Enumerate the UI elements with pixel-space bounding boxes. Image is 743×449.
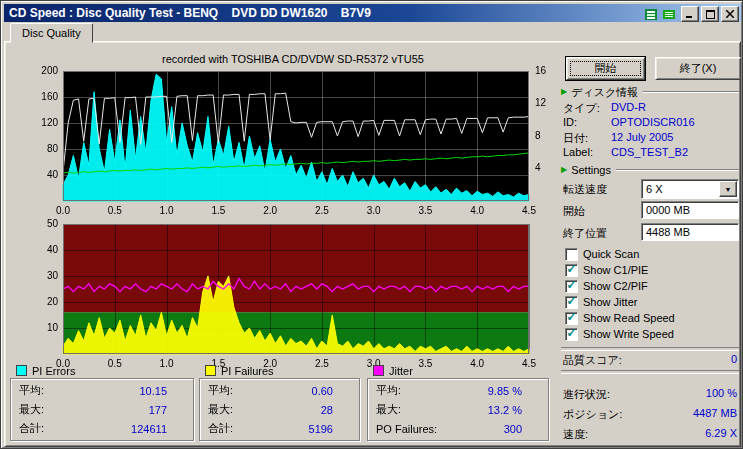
stat-label: 最大: — [208, 402, 233, 417]
stat-label: 合計: — [19, 421, 44, 436]
checkbox-label: Show C2/PIF — [583, 280, 648, 292]
pi-errors-avg-row: 平均:10.15 — [11, 381, 193, 400]
progress-value: 100 % — [706, 387, 737, 402]
green-book-icon[interactable] — [661, 8, 676, 21]
transfer-speed-select[interactable]: 6 X ▼ — [641, 179, 739, 199]
checkmark-icon: ✓ — [566, 311, 576, 323]
speed-value: 6.29 X — [705, 427, 737, 442]
separator — [561, 370, 739, 374]
stat-value: 300 — [504, 423, 522, 435]
checkbox-label: Show Write Speed — [583, 328, 674, 340]
tab-label: Disc Quality — [22, 27, 81, 39]
disc-type-row: タイプ: DVD-R — [563, 101, 739, 114]
end-position-value: 4488 MB — [646, 226, 690, 238]
checkmark-icon: ✓ — [566, 279, 576, 291]
dropdown-button[interactable]: ▼ — [719, 181, 737, 197]
disc-label-label: Label: — [563, 146, 593, 158]
stat-value: 177 — [149, 404, 167, 416]
checkmark-icon: ✓ — [566, 327, 576, 339]
tab-disc-quality[interactable]: Disc Quality — [10, 23, 93, 43]
stat-label: 合計: — [208, 421, 233, 436]
disc-type-value: DVD-R — [611, 101, 646, 113]
position-row: ポジション: 4487 MB — [563, 407, 737, 422]
disc-date-row: 日付: 12 July 2005 — [563, 131, 739, 144]
close-button[interactable] — [721, 6, 739, 22]
start-position-field[interactable]: 0000 MB — [641, 201, 739, 219]
speed-row: 速度: 6.29 X — [563, 427, 737, 442]
jitter-header: Jitter — [367, 364, 549, 377]
stat-value: 10.15 — [139, 385, 167, 397]
jitter-panel: Jitter 平均:9.85 % 最大:13.2 % PO Failures:3… — [367, 364, 549, 441]
start-button[interactable]: 開始 — [566, 57, 645, 80]
pi-errors-color-chip — [16, 365, 27, 376]
section-arrow-icon: ▶ — [561, 166, 567, 174]
checkbox-show-jitter[interactable]: ✓ Show Jitter — [565, 295, 637, 309]
pi-failures-header: PI Failures — [199, 364, 360, 377]
checkmark-icon: ✓ — [566, 295, 576, 307]
quality-score-row: 品質スコア: 0 — [563, 353, 737, 368]
transfer-speed-value: 6 X — [646, 183, 663, 195]
checkbox-show-write-speed[interactable]: ✓ Show Write Speed — [565, 327, 674, 341]
stat-value: 9.85 % — [488, 385, 522, 397]
disc-label-row: Label: CDS_TEST_B2 — [563, 146, 739, 159]
maximize-button[interactable] — [701, 6, 719, 22]
disc-info-title: ディスク情報 — [571, 85, 638, 100]
checkmark-icon: ✓ — [566, 263, 576, 275]
speed-label: 速度: — [563, 427, 588, 442]
jitter-title: Jitter — [389, 365, 413, 377]
checkbox-label: Show C1/PIE — [583, 264, 648, 276]
main-panel: recorded with TOSHIBA CD/DVDW SD-R5372 v… — [4, 41, 741, 447]
disc-label-value: CDS_TEST_B2 — [611, 146, 688, 158]
stat-value: 28 — [321, 404, 333, 416]
quality-score-label: 品質スコア: — [563, 353, 622, 368]
start-position-label: 開始 — [563, 204, 585, 219]
jitter-color-chip — [373, 365, 384, 376]
pi-errors-panel: PI Errors 平均:10.15 最大:177 合計:124611 — [10, 364, 194, 441]
checkbox-box: ✓ — [565, 248, 578, 261]
settings-title: Settings — [571, 164, 611, 176]
error-speed-chart — [9, 65, 554, 217]
disc-id-label: ID: — [563, 116, 577, 128]
checkbox-label: Quick Scan — [583, 248, 639, 260]
window-title: CD Speed : Disc Quality Test - BENQ DVD … — [9, 6, 371, 20]
checkbox-show-read-speed[interactable]: ✓ Show Read Speed — [565, 311, 675, 325]
stat-value: 0.60 — [312, 385, 333, 397]
checkbox-label: Show Read Speed — [583, 312, 675, 324]
stat-label: 平均: — [376, 383, 401, 398]
settings-section-header: ▶ Settings — [561, 164, 739, 176]
end-position-field[interactable]: 4488 MB — [641, 223, 739, 241]
pi-errors-title: PI Errors — [32, 365, 75, 377]
disc-id-value: OPTODISCR016 — [611, 116, 695, 128]
titlebar-controls — [643, 6, 739, 22]
checkbox-show-c1-pie[interactable]: ✓ Show C1/PIE — [565, 263, 648, 277]
checkbox-box: ✓ — [565, 264, 578, 277]
checkbox-box: ✓ — [565, 328, 578, 341]
pi-failures-avg-row: 平均:0.60 — [200, 381, 359, 400]
checkbox-quick-scan[interactable]: ✓ Quick Scan — [565, 247, 639, 261]
checkbox-box: ✓ — [565, 312, 578, 325]
checkbox-box: ✓ — [565, 280, 578, 293]
disc-date-value: 12 July 2005 — [611, 131, 673, 143]
position-label: ポジション: — [563, 407, 622, 422]
transfer-speed-label: 転送速度 — [563, 182, 607, 197]
exit-button[interactable]: 終了(X) — [655, 57, 741, 80]
pi-failures-total-row: 合計:5196 — [200, 419, 359, 438]
quality-score-value: 0 — [731, 353, 737, 368]
checkbox-show-c2-pif[interactable]: ✓ Show C2/PIF — [565, 279, 648, 293]
pi-failures-title: PI Failures — [221, 365, 274, 377]
titlebar[interactable]: CD Speed : Disc Quality Test - BENQ DVD … — [4, 4, 741, 22]
pi-errors-header: PI Errors — [10, 364, 194, 377]
pi-failures-panel: PI Failures 平均:0.60 最大:28 合計:5196 — [199, 364, 360, 441]
stat-label: 平均: — [19, 383, 44, 398]
jitter-max-row: 最大:13.2 % — [368, 400, 548, 419]
start-position-value: 0000 MB — [646, 204, 690, 216]
stat-label: PO Failures: — [376, 423, 437, 435]
jitter-failures-chart — [9, 218, 554, 370]
green-grid-icon[interactable] — [643, 8, 658, 21]
stat-label: 最大: — [19, 402, 44, 417]
stat-value: 5196 — [309, 423, 333, 435]
jitter-avg-row: 平均:9.85 % — [368, 381, 548, 400]
disc-info-section-header: ▶ ディスク情報 — [561, 86, 739, 98]
progress-row: 進行状況: 100 % — [563, 387, 737, 402]
minimize-button[interactable] — [681, 6, 699, 22]
